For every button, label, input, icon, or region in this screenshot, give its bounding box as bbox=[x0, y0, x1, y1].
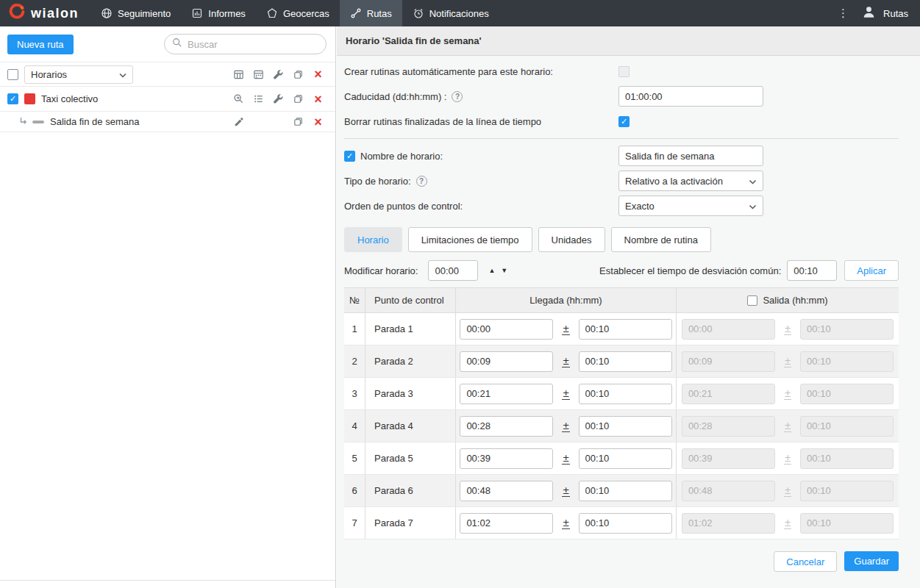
deviation-toggle-icon[interactable]: ± bbox=[562, 517, 569, 529]
row-number: 4 bbox=[344, 410, 365, 442]
wrench-icon[interactable] bbox=[268, 91, 288, 107]
col-header-num: № bbox=[344, 288, 365, 312]
user-icon[interactable] bbox=[862, 5, 876, 22]
arrival-time-input[interactable] bbox=[460, 416, 553, 437]
departure-column-checkbox[interactable] bbox=[747, 295, 757, 306]
control-point-name: Parada 5 bbox=[365, 442, 456, 474]
sidebar-bottom-divider bbox=[0, 580, 335, 581]
arrival-time-input[interactable] bbox=[460, 448, 553, 469]
editor-footer: Cancelar Guardar bbox=[344, 551, 899, 572]
control-point-name: Parada 7 bbox=[365, 507, 456, 539]
departure-time-input bbox=[682, 319, 775, 340]
check-icon: ✓ bbox=[346, 152, 353, 160]
locate-search-icon[interactable] bbox=[229, 91, 249, 107]
arrival-time-input[interactable] bbox=[460, 384, 553, 404]
apply-button[interactable]: Aplicar bbox=[844, 260, 899, 281]
search-icon bbox=[172, 37, 182, 51]
arrival-deviation-input[interactable] bbox=[579, 351, 672, 372]
properties-list-icon[interactable] bbox=[249, 91, 268, 107]
nav-informes[interactable]: Informes bbox=[181, 0, 256, 26]
deviation-toggle-icon[interactable]: ± bbox=[562, 420, 569, 432]
schedule-name-input[interactable] bbox=[618, 146, 763, 166]
expiration-input[interactable] bbox=[618, 86, 763, 107]
tab-unidades[interactable]: Unidades bbox=[538, 227, 605, 252]
remove-finished-checkbox[interactable]: ✓ bbox=[618, 116, 630, 127]
geofence-polygon-icon bbox=[266, 7, 278, 19]
departure-time-input bbox=[682, 448, 775, 469]
route-icon bbox=[350, 7, 362, 19]
delete-schedule-icon[interactable]: × bbox=[308, 114, 328, 130]
arrival-deviation-input[interactable] bbox=[579, 384, 672, 404]
table-row: 1 Parada 1 ± ± bbox=[344, 313, 899, 345]
route-row: ✓ Taxi colectivo × bbox=[0, 87, 335, 112]
calendar-view-icon[interactable] bbox=[249, 66, 268, 82]
list-type-dropdown[interactable]: Horarios bbox=[24, 65, 133, 84]
copy-icon[interactable] bbox=[288, 114, 308, 130]
user-menu-label[interactable]: Rutas bbox=[883, 8, 908, 19]
tab-horario[interactable]: Horario bbox=[344, 227, 402, 252]
deviation-toggle-icon[interactable]: ± bbox=[562, 323, 569, 335]
wrench-icon[interactable] bbox=[268, 66, 288, 82]
timeline-view-icon[interactable] bbox=[229, 66, 249, 82]
arrival-deviation-input[interactable] bbox=[579, 481, 672, 501]
schedule-name-checkbox[interactable]: ✓ bbox=[344, 151, 355, 162]
arrival-time-input[interactable] bbox=[460, 351, 553, 372]
new-route-button[interactable]: Nueva ruta bbox=[7, 35, 74, 54]
arrival-deviation-input[interactable] bbox=[579, 448, 672, 469]
select-all-checkbox[interactable] bbox=[7, 69, 18, 80]
arrival-deviation-input[interactable] bbox=[579, 513, 672, 534]
decrease-time-icon[interactable]: ▼ bbox=[498, 267, 510, 274]
wialon-logo[interactable]: wialon bbox=[0, 0, 90, 26]
arrival-time-input[interactable] bbox=[460, 319, 553, 340]
tab-limitaciones[interactable]: Limitaciones de tiempo bbox=[408, 227, 532, 252]
search-input[interactable] bbox=[188, 39, 318, 50]
common-deviation-input[interactable] bbox=[787, 260, 837, 281]
order-select[interactable]: Exacto bbox=[618, 196, 763, 216]
control-point-name: Parada 2 bbox=[365, 345, 456, 377]
edit-pencil-icon[interactable] bbox=[229, 114, 249, 130]
nav-rutas[interactable]: Rutas bbox=[340, 0, 402, 26]
help-icon[interactable]: ? bbox=[452, 91, 463, 102]
schedule-type-select[interactable]: Relativo a la activación bbox=[618, 171, 763, 191]
departure-deviation-input bbox=[800, 416, 894, 437]
delete-all-icon[interactable]: × bbox=[308, 66, 328, 82]
arrival-time-input[interactable] bbox=[460, 481, 553, 501]
arrival-deviation-input[interactable] bbox=[579, 319, 672, 340]
arrival-deviation-input[interactable] bbox=[579, 416, 672, 437]
deviation-toggle-icon: ± bbox=[784, 323, 791, 335]
help-icon[interactable]: ? bbox=[416, 176, 427, 187]
main-nav: Seguimiento Informes Geocercas Rutas Not… bbox=[90, 0, 499, 26]
check-icon: ✓ bbox=[10, 95, 16, 103]
copy-icon[interactable] bbox=[288, 91, 308, 107]
save-button[interactable]: Guardar bbox=[844, 551, 899, 571]
chevron-down-icon bbox=[749, 176, 757, 187]
copy-icon[interactable] bbox=[288, 66, 308, 82]
table-header: № Punto de control Llegada (hh:mm) Salid… bbox=[344, 287, 899, 313]
nav-notificaciones[interactable]: Notificaciones bbox=[402, 0, 499, 26]
alarm-clock-icon bbox=[413, 7, 424, 19]
cancel-button[interactable]: Cancelar bbox=[774, 551, 837, 572]
deviation-toggle-icon[interactable]: ± bbox=[562, 356, 569, 368]
increase-time-icon[interactable]: ▲ bbox=[485, 267, 498, 274]
route-name: Taxi colectivo bbox=[41, 93, 98, 104]
expiration-label: Caducidad (dd:hh:mm) : bbox=[344, 91, 446, 102]
route-checkbox[interactable]: ✓ bbox=[7, 93, 18, 104]
departure-deviation-input bbox=[800, 481, 894, 501]
nav-geocercas[interactable]: Geocercas bbox=[256, 0, 340, 26]
empty-slot bbox=[249, 114, 268, 130]
modify-schedule-input[interactable] bbox=[428, 260, 478, 281]
deviation-toggle-icon[interactable]: ± bbox=[562, 485, 569, 497]
kebab-menu-icon[interactable]: ⋮ bbox=[829, 7, 857, 20]
delete-route-icon[interactable]: × bbox=[308, 91, 328, 107]
table-row: 2 Parada 2 ± ± bbox=[344, 345, 899, 378]
order-value: Exacto bbox=[625, 201, 655, 212]
tree-elbow-icon bbox=[19, 115, 28, 129]
schedule-row-icons: × bbox=[229, 114, 328, 130]
deviation-toggle-icon[interactable]: ± bbox=[562, 388, 569, 400]
schedule-line-swatch bbox=[32, 121, 44, 123]
nav-seguimiento[interactable]: Seguimiento bbox=[90, 0, 181, 26]
deviation-toggle-icon[interactable]: ± bbox=[562, 453, 569, 465]
route-color-swatch[interactable] bbox=[24, 93, 35, 104]
tab-nombre-rutina[interactable]: Nombre de rutina bbox=[611, 227, 711, 252]
arrival-time-input[interactable] bbox=[460, 513, 553, 534]
